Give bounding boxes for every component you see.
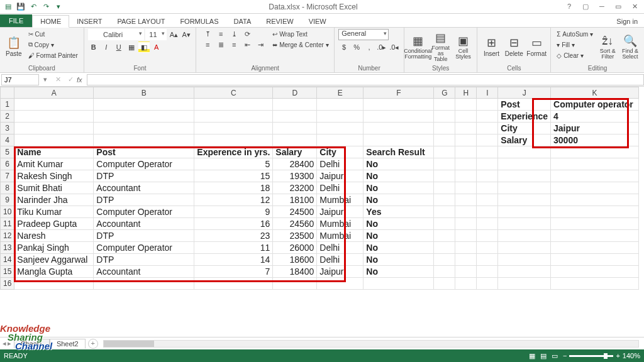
underline-button[interactable]: U — [113, 41, 125, 53]
sheet-nav-last-icon[interactable]: ▸ — [8, 339, 11, 348]
format-painter-button[interactable]: 🖌Format Painter — [26, 50, 80, 60]
inc-decimal-icon[interactable]: .0▸ — [376, 41, 387, 53]
zoom-level[interactable]: 140% — [623, 352, 640, 359]
orientation-icon[interactable]: ⟳ — [242, 28, 253, 40]
cut-button[interactable]: ✂Cut — [26, 29, 80, 39]
comma-icon[interactable]: , — [364, 41, 375, 53]
tab-home[interactable]: HOME — [32, 15, 69, 28]
brush-icon: 🖌 — [28, 52, 35, 59]
sheet-tab-2[interactable]: Sheet2 — [50, 339, 86, 349]
sheet-nav-first-icon[interactable]: ◂ — [3, 339, 6, 348]
cell-styles-button[interactable]: ▣Cell Styles — [453, 29, 474, 64]
zoom-out-icon[interactable]: − — [563, 352, 567, 359]
insert-cells-button[interactable]: ⊞Insert — [481, 29, 501, 64]
paste-button[interactable]: 📋Paste — [4, 29, 24, 64]
border-button[interactable]: ▦ — [126, 41, 137, 53]
sign-in-link[interactable]: Sign in — [610, 16, 644, 27]
name-box[interactable] — [1, 74, 39, 85]
minimize-icon[interactable]: ─ — [595, 3, 609, 11]
fill-color-button[interactable]: ◧ — [138, 41, 150, 53]
sheet-tab-bar: ◂▸ Sheet1 Sheet2 + KnowledgeSharingChann… — [0, 337, 644, 349]
indent-inc-icon[interactable]: ⇥ — [255, 39, 266, 50]
horizontal-scrollbar[interactable] — [103, 340, 639, 348]
view-layout-icon[interactable]: ▤ — [540, 352, 547, 360]
group-cells: ⊞Insert ⊟Delete ▭Format Cells — [477, 28, 551, 72]
formula-input[interactable] — [87, 74, 644, 85]
currency-icon[interactable]: $ — [338, 41, 350, 53]
group-editing: ΣAutoSum ▾ ▾Fill ▾ ◇Clear ▾ ẑ↓Sort & Fil… — [551, 28, 644, 72]
redo-icon[interactable]: ↷ — [40, 1, 52, 13]
tab-view[interactable]: VIEW — [301, 16, 334, 27]
indent-dec-icon[interactable]: ⇤ — [242, 39, 253, 50]
ribbon-toggle-icon[interactable]: ▢ — [579, 3, 592, 11]
excel-icon: ▤ — [3, 1, 14, 13]
copy-icon: ⧉ — [28, 41, 33, 48]
conditional-formatting-button[interactable]: ▦Conditional Formatting — [408, 29, 428, 64]
delete-cells-button[interactable]: ⊟Delete — [504, 29, 524, 64]
shrink-font-icon[interactable]: A▾ — [180, 29, 192, 40]
align-bot-icon[interactable]: ⤓ — [228, 28, 240, 40]
sheet-tab-1[interactable]: Sheet1 — [14, 339, 50, 348]
font-color-button[interactable]: A — [151, 41, 162, 53]
undo-icon[interactable]: ↶ — [28, 1, 39, 13]
add-sheet-button[interactable]: + — [88, 339, 98, 349]
format-icon: ▭ — [530, 36, 543, 50]
paste-icon: 📋 — [7, 36, 21, 50]
worksheet-grid[interactable]: ABCDEFGHIJK1PostComputer operator2Experi… — [0, 87, 644, 337]
maximize-icon[interactable]: ▭ — [611, 3, 625, 11]
grow-font-icon[interactable]: A▴ — [168, 29, 179, 40]
zoom-in-icon[interactable]: + — [616, 352, 619, 359]
wrap-text-button[interactable]: ↩Wrap Text — [270, 29, 331, 39]
align-right-icon[interactable]: ≡ — [228, 39, 240, 50]
format-as-table-button[interactable]: ▤Format as Table — [431, 29, 451, 64]
dec-decimal-icon[interactable]: .0◂ — [389, 41, 400, 53]
namebox-dropdown-icon[interactable]: ▾ — [39, 75, 52, 84]
font-size-select[interactable]: 11 — [145, 29, 167, 40]
window-controls: ? ▢ ─ ▭ ✕ — [562, 3, 641, 11]
qat-more-icon[interactable]: ▾ — [53, 1, 64, 13]
view-normal-icon[interactable]: ▦ — [529, 352, 535, 360]
save-icon[interactable]: 💾 — [15, 1, 26, 13]
clear-button[interactable]: ◇Clear ▾ — [555, 50, 595, 60]
close-icon[interactable]: ✕ — [628, 3, 641, 11]
fill-button[interactable]: ▾Fill ▾ — [555, 40, 595, 50]
fx-icon[interactable]: fx — [77, 76, 87, 84]
tab-pagelayout[interactable]: PAGE LAYOUT — [109, 16, 172, 27]
find-select-button[interactable]: 🔍Find & Select — [620, 29, 640, 64]
group-number: General $ % , .0▸ .0◂ Number — [335, 28, 404, 72]
align-left-icon[interactable]: ≡ — [202, 39, 213, 50]
help-icon[interactable]: ? — [562, 3, 576, 11]
merge-center-button[interactable]: ⬌Merge & Center ▾ — [270, 40, 331, 50]
copy-button[interactable]: ⧉Copy ▾ — [26, 40, 80, 50]
autosum-button[interactable]: ΣAutoSum ▾ — [555, 29, 595, 39]
tab-insert[interactable]: INSERT — [69, 16, 109, 27]
tab-review[interactable]: REVIEW — [258, 16, 301, 27]
table-icon: ▤ — [434, 31, 448, 45]
format-cells-button[interactable]: ▭Format — [526, 29, 547, 64]
enter-formula-icon[interactable]: ✓ — [64, 75, 77, 84]
insert-icon: ⊞ — [484, 36, 498, 50]
tab-data[interactable]: DATA — [226, 16, 259, 27]
cf-icon: ▦ — [411, 34, 425, 48]
percent-icon[interactable]: % — [351, 41, 362, 53]
italic-button[interactable]: I — [101, 41, 112, 53]
font-name-select[interactable]: Calibri — [88, 29, 145, 40]
bold-button[interactable]: B — [88, 41, 99, 53]
align-mid-icon[interactable]: ≡ — [215, 28, 226, 40]
number-format-select[interactable]: General — [338, 29, 389, 40]
group-styles: ▦Conditional Formatting ▤Format as Table… — [404, 28, 478, 72]
view-break-icon[interactable]: ▭ — [552, 352, 558, 360]
window-title: Data.xlsx - Microsoft Excel — [64, 3, 562, 11]
tab-formulas[interactable]: FORMULAS — [172, 16, 226, 27]
ribbon: 📋Paste ✂Cut ⧉Copy ▾ 🖌Format Painter Clip… — [0, 28, 644, 73]
zoom-control[interactable]: − + 140% — [563, 352, 640, 359]
sort-icon: ẑ↓ — [601, 34, 614, 48]
cancel-formula-icon[interactable]: ✕ — [52, 75, 64, 84]
tab-file[interactable]: FILE — [0, 14, 32, 27]
align-top-icon[interactable]: ⤒ — [202, 28, 213, 40]
sigma-icon: Σ — [557, 31, 560, 38]
sort-filter-button[interactable]: ẑ↓Sort & Filter — [597, 29, 618, 64]
status-bar: READY ▦ ▤ ▭ − + 140% — [0, 349, 644, 362]
align-center-icon[interactable]: ≣ — [215, 39, 226, 50]
status-ready: READY — [4, 352, 28, 359]
